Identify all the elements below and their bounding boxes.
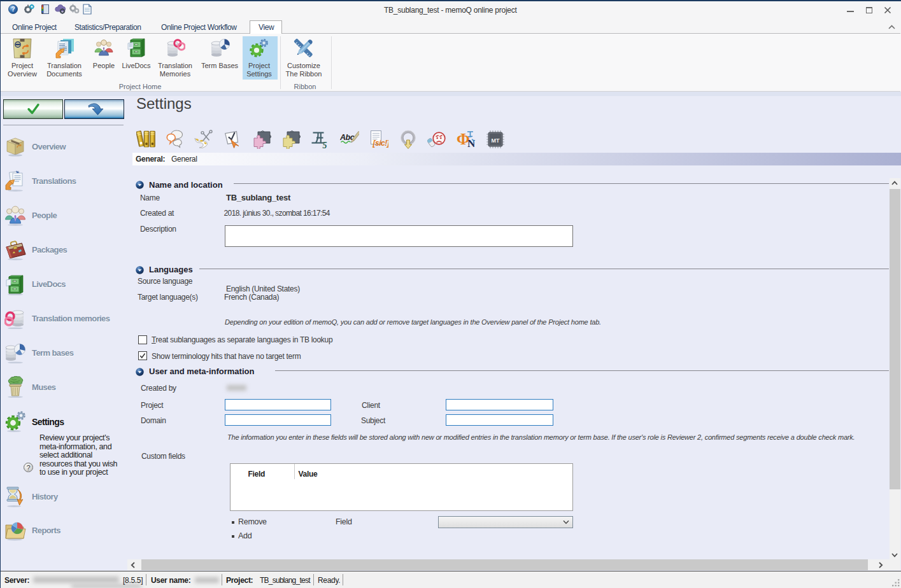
svg-text:[sic!]: [sic!] bbox=[372, 139, 389, 148]
svg-text:?: ? bbox=[11, 6, 15, 13]
svg-text:5: 5 bbox=[323, 141, 327, 149]
svg-text:MT: MT bbox=[492, 137, 500, 144]
svg-text:N: N bbox=[467, 137, 476, 149]
